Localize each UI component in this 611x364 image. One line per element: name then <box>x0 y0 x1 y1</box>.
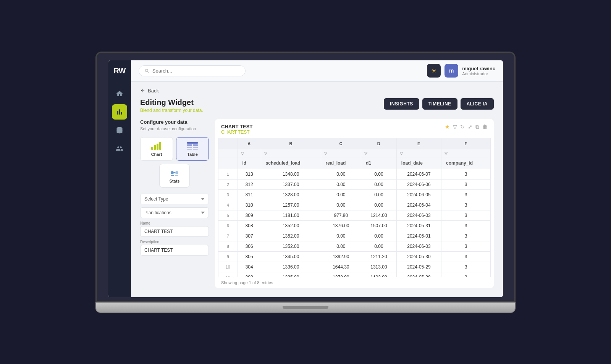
cell-5-6[interactable]: 3 <box>441 220 491 231</box>
cell-0-5[interactable]: 2024-06-07 <box>396 169 441 179</box>
cell-9-6[interactable]: 3 <box>441 262 491 272</box>
cell-8-1[interactable]: 305 <box>238 251 261 262</box>
cell-7-6[interactable]: 3 <box>441 241 491 251</box>
cell-10-6[interactable]: 3 <box>441 272 491 277</box>
name-input[interactable] <box>140 226 209 237</box>
refresh-icon[interactable]: ↻ <box>460 124 465 130</box>
cell-0-1[interactable]: 313 <box>238 169 261 179</box>
cell-9-2[interactable]: 1336.00 <box>261 262 321 272</box>
cell-1-3[interactable]: 0.00 <box>321 179 361 189</box>
delete-icon[interactable]: 🗑 <box>482 124 488 130</box>
cell-9-1[interactable]: 304 <box>238 262 261 272</box>
cell-7-1[interactable]: 306 <box>238 241 261 251</box>
sidebar-item-users[interactable] <box>112 141 127 156</box>
cell-7-4[interactable]: 0.00 <box>361 241 397 251</box>
copy-icon[interactable]: ⧉ <box>475 124 479 130</box>
cell-4-1[interactable]: 309 <box>238 210 261 220</box>
cell-6-3[interactable]: 0.00 <box>321 231 361 241</box>
cell-10-1[interactable]: 303 <box>238 272 261 277</box>
cell-6-4[interactable]: 0.00 <box>361 231 397 241</box>
cell-1-4[interactable]: 0.00 <box>361 179 397 189</box>
filter-d[interactable]: ▽ <box>361 149 397 157</box>
cell-1-1[interactable]: 312 <box>238 179 261 189</box>
filter-icon[interactable]: ▽ <box>453 124 457 130</box>
alice-ia-button[interactable]: ALICE IA <box>461 98 494 110</box>
cell-3-2[interactable]: 1257.00 <box>261 200 321 210</box>
back-button[interactable]: Back <box>140 88 494 94</box>
select-group-field[interactable]: Planifications <box>140 207 209 218</box>
cell-2-4[interactable]: 0.00 <box>361 189 397 200</box>
col-header-e[interactable]: E <box>396 138 441 149</box>
sidebar-item-database[interactable] <box>112 123 127 138</box>
expand-icon[interactable]: ⤢ <box>468 124 472 130</box>
sidebar-item-home[interactable] <box>112 86 127 101</box>
cell-3-5[interactable]: 2024-06-04 <box>396 200 441 210</box>
user-avatar[interactable]: m <box>445 64 458 78</box>
description-input[interactable] <box>140 245 209 256</box>
cell-1-5[interactable]: 2024-06-06 <box>396 179 441 189</box>
cell-2-2[interactable]: 1328.00 <box>261 189 321 200</box>
cell-9-3[interactable]: 1644.30 <box>321 262 361 272</box>
cell-8-4[interactable]: 1211.20 <box>361 251 397 262</box>
cell-2-3[interactable]: 0.00 <box>321 189 361 200</box>
col-header-f[interactable]: F <box>441 138 491 149</box>
cell-10-4[interactable]: 1103.00 <box>361 272 397 277</box>
widget-type-chart[interactable]: Chart <box>140 137 173 161</box>
cell-0-2[interactable]: 1348.00 <box>261 169 321 179</box>
cell-5-1[interactable]: 308 <box>238 220 261 231</box>
cell-10-3[interactable]: 1278.90 <box>321 272 361 277</box>
cell-0-6[interactable]: 3 <box>441 169 491 179</box>
cell-7-2[interactable]: 1352.00 <box>261 241 321 251</box>
cell-9-4[interactable]: 1313.00 <box>361 262 397 272</box>
timeline-button[interactable]: TIMELINE <box>422 98 457 110</box>
cell-2-1[interactable]: 311 <box>238 189 261 200</box>
col-header-b[interactable]: B <box>261 138 321 149</box>
col-header-a[interactable]: A <box>238 138 261 149</box>
cell-6-2[interactable]: 1352.00 <box>261 231 321 241</box>
cell-5-2[interactable]: 1352.00 <box>261 220 321 231</box>
cell-2-5[interactable]: 2024-06-05 <box>396 189 441 200</box>
cell-4-2[interactable]: 1181.00 <box>261 210 321 220</box>
cell-7-3[interactable]: 0.00 <box>321 241 361 251</box>
cell-8-6[interactable]: 3 <box>441 251 491 262</box>
cell-8-5[interactable]: 2024-05-30 <box>396 251 441 262</box>
cell-6-1[interactable]: 307 <box>238 231 261 241</box>
cell-6-6[interactable]: 3 <box>441 231 491 241</box>
cell-4-6[interactable]: 3 <box>441 210 491 220</box>
cell-7-5[interactable]: 2024-06-03 <box>396 241 441 251</box>
cell-4-3[interactable]: 977.80 <box>321 210 361 220</box>
cell-1-2[interactable]: 1337.00 <box>261 179 321 189</box>
cell-2-6[interactable]: 3 <box>441 189 491 200</box>
cell-10-5[interactable]: 2024-05-28 <box>396 272 441 277</box>
cell-6-5[interactable]: 2024-06-01 <box>396 231 441 241</box>
insights-button[interactable]: INSIGHTS <box>384 98 419 110</box>
sidebar-item-analytics[interactable] <box>112 104 127 120</box>
cell-5-3[interactable]: 1376.00 <box>321 220 361 231</box>
theme-toggle-button[interactable]: ☀ <box>427 64 441 78</box>
cell-9-5[interactable]: 2024-05-29 <box>396 262 441 272</box>
cell-3-3[interactable]: 0.00 <box>321 200 361 210</box>
widget-type-table[interactable]: Table <box>176 137 209 161</box>
cell-3-6[interactable]: 3 <box>441 200 491 210</box>
cell-3-4[interactable]: 0.00 <box>361 200 397 210</box>
cell-8-2[interactable]: 1345.00 <box>261 251 321 262</box>
cell-10-2[interactable]: 1335.00 <box>261 272 321 277</box>
col-header-d[interactable]: D <box>361 138 397 149</box>
star-icon[interactable]: ★ <box>445 124 450 130</box>
cell-1-6[interactable]: 3 <box>441 179 491 189</box>
cell-8-3[interactable]: 1392.90 <box>321 251 361 262</box>
widget-type-stats[interactable]: Stats <box>159 164 190 188</box>
cell-0-4[interactable]: 0.00 <box>361 169 397 179</box>
select-type-field[interactable]: Select Type <box>140 194 209 204</box>
cell-4-5[interactable]: 2024-06-03 <box>396 210 441 220</box>
cell-5-4[interactable]: 1507.00 <box>361 220 397 231</box>
search-bar[interactable] <box>139 65 246 76</box>
search-input[interactable] <box>152 68 240 74</box>
filter-a[interactable]: ▽ <box>238 149 261 157</box>
filter-b[interactable]: ▽ <box>261 149 321 157</box>
filter-e[interactable]: ▽ <box>396 149 441 157</box>
filter-c[interactable]: ▽ <box>321 149 361 157</box>
cell-3-1[interactable]: 310 <box>238 200 261 210</box>
filter-f[interactable]: ▽ <box>441 149 491 157</box>
col-header-c[interactable]: C <box>321 138 361 149</box>
